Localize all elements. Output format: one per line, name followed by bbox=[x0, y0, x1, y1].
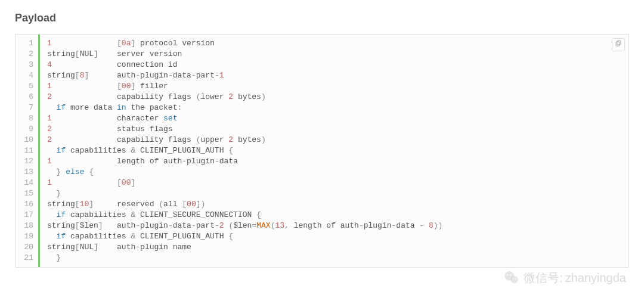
wechat-icon bbox=[503, 269, 520, 280]
code-line: if more data in the packet: bbox=[47, 103, 621, 113]
code-line: if capabilities & CLIENT_PLUGIN_AUTH { bbox=[47, 145, 621, 156]
code-line: string[10] reserved (all [00]) bbox=[47, 199, 621, 210]
code-line: 4 connection id bbox=[47, 60, 621, 70]
line-number-gutter: 123456789101112131415161718192021 bbox=[16, 35, 40, 267]
code-line: 2 status flags bbox=[47, 124, 621, 135]
line-number: 9 bbox=[16, 124, 38, 135]
line-number: 21 bbox=[16, 253, 38, 263]
code-line: 1 [00] filler bbox=[47, 81, 621, 92]
line-number: 3 bbox=[16, 60, 38, 70]
line-number: 19 bbox=[16, 231, 38, 242]
line-number: 11 bbox=[16, 145, 38, 156]
watermark-id: zhanyingda bbox=[565, 271, 626, 280]
clipboard-icon bbox=[615, 39, 622, 50]
svg-point-4 bbox=[507, 274, 508, 275]
line-number: 15 bbox=[16, 188, 38, 199]
svg-rect-1 bbox=[616, 42, 620, 46]
line-number: 20 bbox=[16, 242, 38, 253]
section-heading: Payload bbox=[15, 12, 629, 24]
line-number: 6 bbox=[16, 92, 38, 103]
svg-point-3 bbox=[511, 276, 518, 280]
code-line: 1 [00] bbox=[47, 178, 621, 188]
code-block: 123456789101112131415161718192021 1 [0a]… bbox=[15, 34, 629, 268]
code-line: 1 length of auth-plugin-data bbox=[47, 156, 621, 167]
svg-point-7 bbox=[515, 278, 516, 280]
line-number: 18 bbox=[16, 221, 38, 231]
code-content: 1 [0a] protocol versionstring[NUL] serve… bbox=[40, 35, 628, 267]
line-number: 16 bbox=[16, 199, 38, 210]
code-line: } bbox=[47, 188, 621, 199]
copy-button[interactable] bbox=[612, 38, 625, 51]
watermark: 微信号: zhanyingda bbox=[503, 269, 626, 280]
line-number: 12 bbox=[16, 156, 38, 167]
code-line: } bbox=[47, 253, 621, 263]
line-number: 7 bbox=[16, 103, 38, 113]
code-line: string[8] auth-plugin-data-part-1 bbox=[47, 70, 621, 81]
code-line: 1 [0a] protocol version bbox=[47, 38, 621, 49]
svg-point-2 bbox=[504, 271, 514, 280]
code-line: string[$len] auth-plugin-data-part-2 ($l… bbox=[47, 221, 621, 231]
line-number: 17 bbox=[16, 210, 38, 221]
line-number: 10 bbox=[16, 135, 38, 145]
line-number: 1 bbox=[16, 38, 38, 49]
line-number: 8 bbox=[16, 113, 38, 124]
code-line: string[NUL] server version bbox=[47, 49, 621, 60]
line-number: 13 bbox=[16, 167, 38, 178]
line-number: 14 bbox=[16, 178, 38, 188]
code-line: if capabilities & CLIENT_PLUGIN_AUTH { bbox=[47, 231, 621, 242]
svg-rect-0 bbox=[617, 41, 621, 45]
code-line: 2 capability flags (upper 2 bytes) bbox=[47, 135, 621, 145]
code-line: string[NUL] auth-plugin name bbox=[47, 242, 621, 253]
code-line: 2 capability flags (lower 2 bytes) bbox=[47, 92, 621, 103]
line-number: 5 bbox=[16, 81, 38, 92]
code-line: if capabilities & CLIENT_SECURE_CONNECTI… bbox=[47, 210, 621, 221]
svg-point-6 bbox=[513, 278, 514, 280]
watermark-label: 微信号: bbox=[524, 270, 563, 280]
line-number: 4 bbox=[16, 70, 38, 81]
line-number: 2 bbox=[16, 49, 38, 60]
code-line: } else { bbox=[47, 167, 621, 178]
svg-point-5 bbox=[510, 274, 511, 275]
code-line: 1 character set bbox=[47, 113, 621, 124]
